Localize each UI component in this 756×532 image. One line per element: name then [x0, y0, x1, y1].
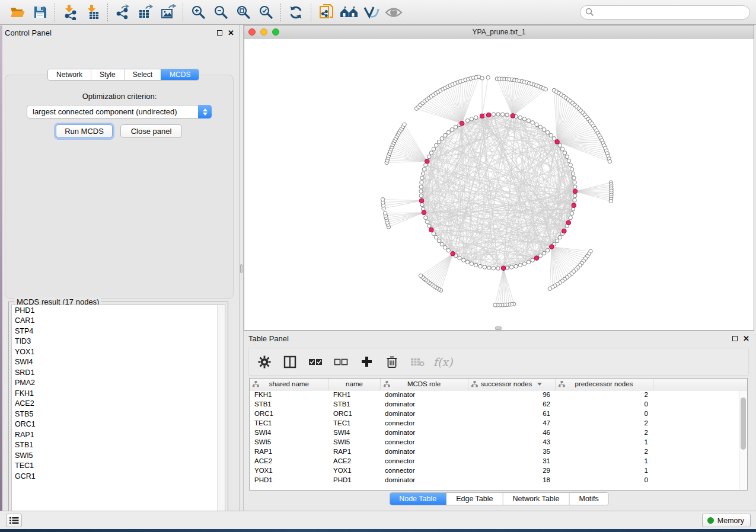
network-node[interactable]: [505, 113, 509, 117]
table-cell[interactable]: dominator: [380, 428, 468, 437]
network-node-mcds[interactable]: [486, 113, 491, 117]
network-node[interactable]: [440, 137, 444, 140]
network-node[interactable]: [573, 198, 576, 202]
network-node[interactable]: [432, 147, 435, 150]
node-table[interactable]: shared namenameMCDS rolesuccessor nodesp…: [249, 378, 748, 491]
network-node[interactable]: [487, 266, 491, 270]
network-node[interactable]: [419, 194, 423, 197]
network-node[interactable]: [435, 143, 438, 147]
table-row[interactable]: SWI5SWI5connector431: [250, 437, 747, 447]
network-node[interactable]: [429, 151, 433, 155]
network-node[interactable]: [420, 176, 424, 180]
table-cell[interactable]: 1: [555, 466, 653, 475]
table-row[interactable]: PHD1PHD1dominator180: [250, 475, 747, 485]
network-node[interactable]: [437, 239, 441, 242]
network-node[interactable]: [572, 176, 576, 180]
network-node-mcds[interactable]: [511, 114, 515, 118]
network-node[interactable]: [435, 235, 438, 239]
network-node-mcds[interactable]: [460, 121, 464, 126]
table-cell[interactable]: 47: [468, 418, 555, 428]
network-node[interactable]: [446, 248, 450, 252]
mcds-result-item[interactable]: STP4: [12, 326, 225, 336]
network-node[interactable]: [419, 190, 423, 193]
vertical-splitter[interactable]: [239, 25, 244, 511]
network-node[interactable]: [558, 235, 562, 239]
network-node-mcds[interactable]: [566, 220, 571, 225]
network-node[interactable]: [437, 140, 441, 143]
table-cell[interactable]: SWI5: [328, 437, 380, 447]
network-node[interactable]: [425, 220, 429, 223]
network-node[interactable]: [492, 113, 495, 116]
network-node[interactable]: [496, 267, 500, 270]
network-node[interactable]: [546, 248, 549, 252]
mcds-result-list[interactable]: PHD1CAR1STP4TID3YOX1SWI4SRD1PMA2FKH1ACE2…: [11, 305, 225, 519]
table-row[interactable]: FKH1FKH1dominator962: [250, 390, 747, 399]
table-cell[interactable]: connector: [380, 456, 468, 466]
mcds-result-item[interactable]: GCR1: [12, 471, 225, 482]
network-node[interactable]: [428, 224, 431, 227]
table-row[interactable]: STB1STB1dominator620: [250, 399, 747, 409]
network-node[interactable]: [420, 203, 424, 206]
table-cell[interactable]: dominator: [380, 409, 468, 418]
network-node[interactable]: [573, 181, 576, 184]
table-cell[interactable]: connector: [380, 437, 468, 447]
network-node[interactable]: [552, 137, 556, 140]
table-cell[interactable]: dominator: [380, 399, 468, 409]
chevron-down-icon[interactable]: [537, 383, 542, 386]
network-node[interactable]: [492, 267, 495, 270]
mcds-result-item[interactable]: TEC1: [12, 461, 225, 472]
table-cell[interactable]: RAP1: [250, 447, 328, 456]
table-cell[interactable]: 62: [468, 399, 555, 409]
network-node[interactable]: [567, 159, 570, 162]
table-cell[interactable]: connector: [380, 466, 468, 475]
table-cell[interactable]: 2: [555, 447, 653, 456]
select-all-icon[interactable]: [307, 354, 324, 370]
column-header-successor-nodes[interactable]: successor nodes: [468, 379, 555, 390]
network-node[interactable]: [527, 260, 530, 264]
network-node[interactable]: [570, 211, 573, 215]
table-cell[interactable]: TEC1: [250, 418, 328, 428]
network-node[interactable]: [527, 118, 530, 122]
close-panel-icon[interactable]: ✕: [228, 30, 234, 36]
network-node[interactable]: [538, 254, 542, 257]
table-cell[interactable]: 2: [555, 428, 653, 437]
delete-column-icon[interactable]: [384, 354, 400, 370]
network-node[interactable]: [444, 133, 447, 137]
network-node[interactable]: [531, 258, 534, 262]
network-node[interactable]: [546, 130, 549, 134]
network-node-mcds[interactable]: [572, 203, 576, 208]
zoom-out-icon[interactable]: [209, 2, 232, 23]
tab-node-table[interactable]: Node Table: [390, 493, 446, 505]
tab-motifs[interactable]: Motifs: [569, 493, 608, 505]
table-cell[interactable]: YOX1: [250, 466, 328, 475]
network-node[interactable]: [446, 130, 450, 134]
network-node-leaf[interactable]: [383, 211, 387, 215]
table-cell[interactable]: STB1: [250, 399, 328, 409]
table-cell[interactable]: TEC1: [328, 418, 380, 428]
network-node-mcds[interactable]: [480, 114, 484, 118]
mcds-result-item[interactable]: SWI5: [12, 450, 225, 461]
table-row[interactable]: YOX1YOX1connector291: [250, 466, 747, 475]
network-node[interactable]: [542, 251, 546, 255]
network-node[interactable]: [428, 155, 431, 159]
save-session-icon[interactable]: [28, 2, 51, 23]
table-cell[interactable]: STB1: [328, 399, 380, 409]
run-mcds-button[interactable]: Run MCDS: [56, 124, 113, 138]
table-row[interactable]: SWI4SWI4dominator462: [250, 428, 747, 437]
tab-edge-table[interactable]: Edge Table: [446, 493, 502, 505]
table-cell[interactable]: 29: [468, 466, 555, 475]
table-scrollbar[interactable]: [739, 390, 747, 490]
mcds-result-item[interactable]: ORC1: [12, 419, 225, 430]
table-row[interactable]: TEC1TEC1connector472: [250, 418, 747, 428]
show-home-panels-icon[interactable]: [337, 2, 360, 23]
network-node[interactable]: [531, 121, 534, 124]
table-row[interactable]: RAP1RAP1dominator352: [250, 447, 747, 456]
network-node[interactable]: [462, 258, 465, 262]
table-cell[interactable]: RAP1: [328, 447, 380, 456]
table-cell[interactable]: 43: [468, 437, 555, 447]
splitter-handle[interactable]: [240, 264, 243, 273]
export-network-icon[interactable]: [111, 2, 134, 23]
tab-select[interactable]: Select: [124, 69, 161, 80]
apply-layout-icon[interactable]: [285, 2, 307, 23]
network-node[interactable]: [479, 264, 482, 268]
